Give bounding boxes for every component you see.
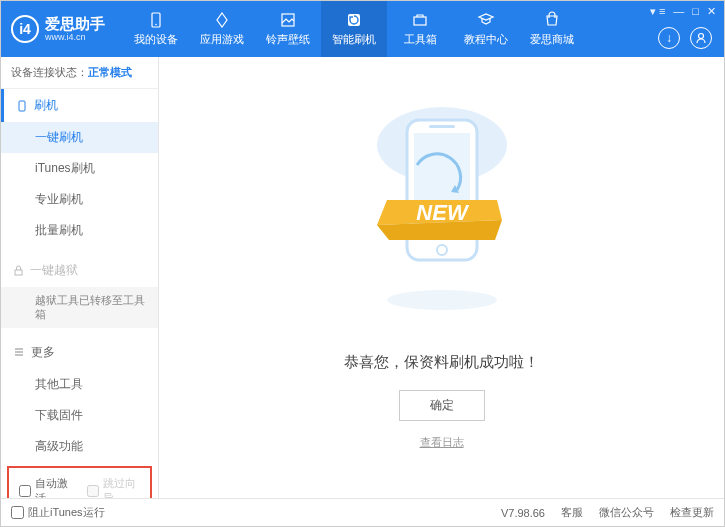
sidebar-section-jailbreak: 一键越狱 [1,254,158,287]
maximize-icon[interactable]: □ [692,5,699,18]
device-icon [147,11,165,29]
list-icon [13,346,25,358]
nav-flash[interactable]: 智能刷机 [321,1,387,57]
footer-wechat[interactable]: 微信公众号 [599,505,654,520]
sidebar-item-itunes[interactable]: iTunes刷机 [1,153,158,184]
lock-icon [13,265,24,276]
sidebar-item-batch[interactable]: 批量刷机 [1,215,158,246]
sidebar-item-firmware[interactable]: 下载固件 [1,400,158,431]
checkbox-skip-wizard[interactable]: 跳过向导 [87,476,141,498]
footer-update[interactable]: 检查更新 [670,505,714,520]
svg-rect-4 [414,17,426,25]
sidebar: 设备连接状态：正常模式 刷机 一键刷机 iTunes刷机 专业刷机 批量刷机 一… [1,57,159,498]
download-button[interactable]: ↓ [658,27,680,49]
nav: 我的设备 应用游戏 铃声壁纸 智能刷机 工具箱 教程中心 爱思商城 [123,1,585,57]
svg-rect-13 [429,125,455,128]
checkbox-block-itunes[interactable]: 阻止iTunes运行 [11,505,105,520]
svg-point-14 [387,290,497,310]
flash-icon [345,11,363,29]
sidebar-item-other[interactable]: 其他工具 [1,369,158,400]
sidebar-jailbreak-note: 越狱工具已转移至工具箱 [1,287,158,328]
header: i4 爱思助手 www.i4.cn 我的设备 应用游戏 铃声壁纸 智能刷机 工具… [1,1,724,57]
app-url: www.i4.cn [45,32,105,42]
device-status: 设备连接状态：正常模式 [1,57,158,89]
footer: 阻止iTunes运行 V7.98.66 客服 微信公众号 检查更新 [1,498,724,526]
apps-icon [213,11,231,29]
activation-options: 自动激活 跳过向导 [7,466,152,498]
version-label: V7.98.66 [501,507,545,519]
view-log-link[interactable]: 查看日志 [420,435,464,450]
nav-my-device[interactable]: 我的设备 [123,1,189,57]
svg-rect-6 [19,101,25,111]
sidebar-item-oneclick[interactable]: 一键刷机 [1,122,158,153]
logo-icon: i4 [11,15,39,43]
svg-rect-7 [15,270,22,275]
checkbox-auto-activate[interactable]: 自动激活 [19,476,73,498]
nav-tutorial[interactable]: 教程中心 [453,1,519,57]
success-illustration: NEW [367,105,517,335]
main-content: NEW 恭喜您，保资料刷机成功啦！ 确定 查看日志 [159,57,724,498]
app-name: 爱思助手 [45,16,105,33]
footer-support[interactable]: 客服 [561,505,583,520]
phone-icon [16,100,28,112]
success-message: 恭喜您，保资料刷机成功啦！ [344,353,539,372]
wallpaper-icon [279,11,297,29]
sidebar-section-flash[interactable]: 刷机 [1,89,158,122]
window-controls: ▾ ≡ — □ ✕ [650,5,716,18]
new-badge: NEW [416,200,470,225]
svg-point-5 [699,34,704,39]
logo: i4 爱思助手 www.i4.cn [11,15,105,43]
svg-point-1 [155,24,157,26]
sidebar-item-pro[interactable]: 专业刷机 [1,184,158,215]
user-button[interactable] [690,27,712,49]
nav-store[interactable]: 爱思商城 [519,1,585,57]
sidebar-item-advanced[interactable]: 高级功能 [1,431,158,462]
close-icon[interactable]: ✕ [707,5,716,18]
minimize-icon[interactable]: — [673,5,684,18]
ok-button[interactable]: 确定 [399,390,485,421]
sidebar-section-more[interactable]: 更多 [1,336,158,369]
toolbox-icon [411,11,429,29]
nav-apps[interactable]: 应用游戏 [189,1,255,57]
menu-icon[interactable]: ▾ ≡ [650,5,665,18]
nav-toolbox[interactable]: 工具箱 [387,1,453,57]
tutorial-icon [477,11,495,29]
nav-ringtones[interactable]: 铃声壁纸 [255,1,321,57]
store-icon [543,11,561,29]
